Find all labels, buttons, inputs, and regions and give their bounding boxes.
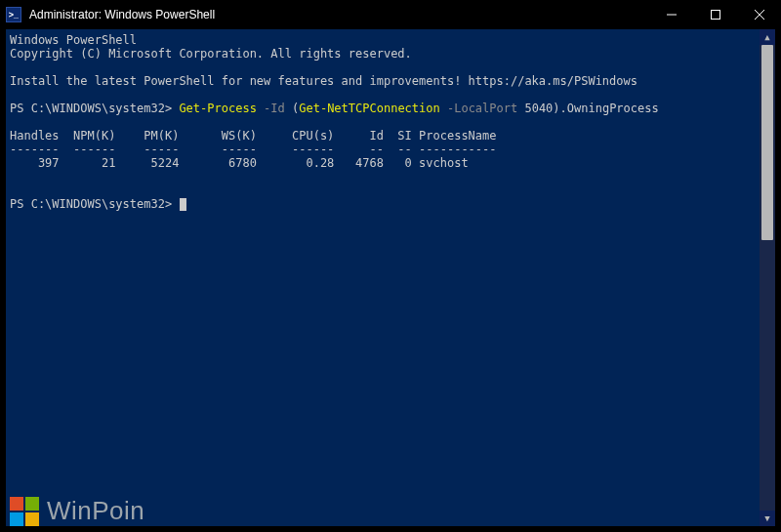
- table-divider: ------- ------ ----- ----- ------ -- -- …: [10, 143, 769, 156]
- powershell-icon: >_: [6, 7, 21, 22]
- windows-logo-icon: [10, 497, 39, 526]
- prompt-text: PS C:\WINDOWS\system32>: [10, 102, 179, 115]
- prompt-line[interactable]: PS C:\WINDOWS\system32>: [10, 197, 769, 211]
- logo-square: [25, 512, 39, 526]
- watermark: WinPoin: [10, 496, 144, 526]
- terminal-content: Windows PowerShell Copyright (C) Microso…: [8, 31, 773, 524]
- table-header: Handles NPM(K) PM(K) WS(K) CPU(s) Id SI …: [10, 129, 769, 143]
- window-title: Administrator: Windows PowerShell: [27, 8, 649, 21]
- blank-line: [10, 170, 769, 184]
- blank-line: [10, 88, 769, 102]
- logo-square: [10, 512, 23, 526]
- command-line: PS C:\WINDOWS\system32> Get-Process -Id …: [10, 102, 769, 115]
- blank-line: [10, 61, 769, 74]
- watermark-text: WinPoin: [47, 496, 144, 526]
- logo-square: [25, 497, 39, 511]
- logo-square: [10, 497, 23, 511]
- titlebar[interactable]: >_ Administrator: Windows PowerShell: [0, 0, 781, 29]
- svg-rect-1: [711, 11, 719, 20]
- minimize-button[interactable]: [649, 0, 693, 29]
- scroll-thumb[interactable]: [761, 45, 773, 240]
- param-flag: -Id: [264, 102, 292, 115]
- maximize-button[interactable]: [693, 0, 737, 29]
- close-button[interactable]: [737, 0, 781, 29]
- window-controls: [649, 0, 781, 29]
- cmd-text: 5040).OwningProcess: [524, 102, 658, 115]
- scroll-down-arrow-icon[interactable]: ▼: [760, 511, 775, 526]
- banner-line: Install the latest PowerShell for new fe…: [10, 74, 769, 88]
- cmdlet-text: Get-NetTCPConnection: [299, 102, 447, 115]
- banner-line: Windows PowerShell: [10, 33, 769, 47]
- blank-line: [10, 184, 769, 197]
- scroll-up-arrow-icon[interactable]: ▲: [760, 29, 775, 45]
- cursor: [180, 198, 186, 211]
- table-row: 397 21 5224 6780 0.28 4768 0 svchost: [10, 156, 769, 170]
- terminal-area[interactable]: Windows PowerShell Copyright (C) Microso…: [6, 29, 775, 526]
- prompt-text: PS C:\WINDOWS\system32>: [10, 197, 179, 211]
- powershell-window: >_ Administrator: Windows PowerShell Win…: [0, 0, 781, 532]
- banner-line: Copyright (C) Microsoft Corporation. All…: [10, 47, 769, 61]
- scroll-track[interactable]: [760, 45, 775, 511]
- cmdlet-text: Get-Process: [179, 102, 264, 115]
- param-flag: -LocalPort: [447, 102, 524, 115]
- app-icon-wrap: >_: [0, 7, 27, 22]
- vertical-scrollbar[interactable]: ▲ ▼: [760, 29, 775, 526]
- blank-line: [10, 115, 769, 129]
